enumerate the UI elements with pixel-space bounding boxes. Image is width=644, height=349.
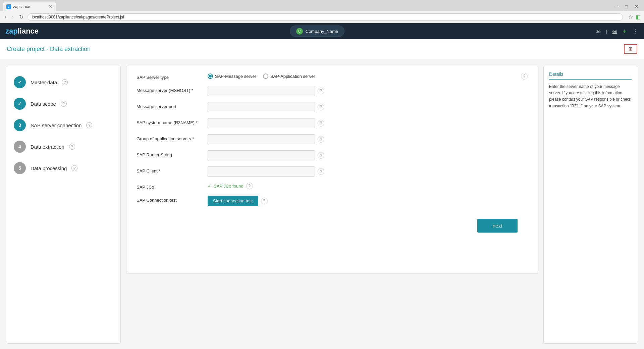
maximize-button[interactable]: □	[623, 3, 631, 10]
sap-system-input[interactable]	[208, 118, 315, 128]
tab-favicon: z	[6, 4, 11, 9]
step-circle-4: 4	[14, 141, 26, 153]
radio-message-circle	[208, 73, 213, 79]
server-type-label: SAP Server type	[137, 73, 204, 80]
jco-label: SAP JCo	[137, 183, 204, 190]
details-panel: Details Enter the server name of your me…	[543, 66, 637, 344]
steps-panel: ✓ Master data ? ✓ Data scope ? 3 SAP ser…	[7, 66, 121, 344]
radio-message-server[interactable]: SAP-Message server	[208, 73, 256, 79]
connection-test-help[interactable]: ?	[261, 198, 268, 204]
menu-icon[interactable]: ⋮	[632, 27, 639, 35]
group-label: Group of application servers *	[137, 134, 204, 141]
forward-button[interactable]: ›	[10, 13, 15, 21]
radio-message-label: SAP-Message server	[215, 74, 256, 79]
step-help-2[interactable]: ?	[61, 101, 67, 107]
logo-liance: liance	[18, 27, 39, 35]
step-item-master-data: ✓ Master data ?	[14, 76, 114, 88]
router-row: SAP Router String ?	[137, 150, 528, 160]
details-text: Enter the server name of your message se…	[549, 84, 632, 109]
jco-help[interactable]: ?	[246, 183, 253, 189]
delete-button[interactable]: 🗑	[624, 44, 637, 54]
step-help-5[interactable]: ?	[71, 165, 77, 171]
back-button[interactable]: ‹	[3, 13, 8, 21]
lang-en[interactable]: en	[612, 29, 617, 34]
router-help[interactable]: ?	[318, 152, 324, 159]
checkmark-icon: ✓	[208, 183, 212, 189]
logo: zapliance	[5, 27, 39, 36]
browser-tab[interactable]: z zapliance ✕	[3, 2, 56, 11]
page-header: Create project - Data extraction 🗑	[0, 39, 644, 59]
logo-zap: zap	[5, 27, 18, 35]
browser-actions: ☆ ◧	[628, 14, 641, 20]
step-help-4[interactable]: ?	[69, 144, 75, 150]
client-help[interactable]: ?	[318, 168, 324, 175]
step-item-data-extraction: 4 Data extraction ?	[14, 141, 114, 153]
message-port-label: Message server port	[137, 102, 204, 109]
nav-center: C Company_Name	[39, 26, 596, 37]
message-server-label: Message server (MSHOST) *	[137, 86, 204, 93]
group-row: Group of application servers * ?	[137, 134, 528, 144]
tab-bar: z zapliance ✕ − □ ✕	[0, 0, 644, 11]
step-help-1[interactable]: ?	[62, 79, 68, 85]
jco-status: ✓ SAP JCo found	[208, 183, 244, 189]
client-control: ?	[208, 166, 528, 177]
group-input[interactable]	[208, 134, 315, 144]
step-circle-3: 3	[14, 119, 26, 131]
add-icon[interactable]: +	[623, 28, 627, 35]
sap-system-control: ?	[208, 118, 528, 128]
company-icon: C	[296, 28, 303, 35]
client-label: SAP Client *	[137, 166, 204, 173]
company-button[interactable]: C Company_Name	[290, 26, 345, 37]
step-label-5: Data processing	[31, 165, 67, 171]
jco-status-text: SAP JCo found	[214, 184, 244, 189]
form-panel: SAP Server type SAP-Message server SAP-A…	[126, 66, 538, 274]
step-label-1: Master data	[31, 80, 57, 85]
page-content: Create project - Data extraction 🗑 ✓ Mas…	[0, 39, 644, 349]
main-layout: ✓ Master data ? ✓ Data scope ? 3 SAP ser…	[0, 59, 644, 349]
message-port-input[interactable]	[208, 102, 315, 112]
tab-title: zapliance	[13, 4, 30, 9]
extension-icon[interactable]: ◧	[636, 14, 641, 20]
url-input[interactable]	[28, 13, 623, 21]
connection-test-control: Start connection test ?	[208, 196, 528, 206]
message-port-help[interactable]: ?	[318, 104, 324, 110]
step-help-3[interactable]: ?	[86, 122, 92, 128]
sap-system-row: SAP system name (R3NAME) * ?	[137, 118, 528, 128]
company-name: Company_Name	[306, 29, 338, 34]
start-connection-test-button[interactable]: Start connection test	[208, 196, 258, 206]
jco-row: SAP JCo ✓ SAP JCo found ?	[137, 183, 528, 190]
refresh-button[interactable]: ↻	[18, 13, 25, 21]
router-label: SAP Router String	[137, 150, 204, 157]
server-type-control: SAP-Message server SAP-Application serve…	[208, 73, 528, 80]
next-button[interactable]: next	[477, 219, 518, 233]
nav-right: de | en + ⋮	[596, 27, 639, 35]
tab-close-button[interactable]: ✕	[49, 4, 53, 9]
router-control: ?	[208, 150, 528, 160]
step-circle-2: ✓	[14, 98, 26, 110]
radio-application-label: SAP-Application server	[270, 74, 315, 79]
star-icon[interactable]: ☆	[628, 14, 633, 20]
message-server-row: Message server (MSHOST) * ?	[137, 86, 528, 96]
router-input[interactable]	[208, 150, 315, 160]
step-label-4: Data extraction	[31, 144, 64, 150]
top-nav: zapliance C Company_Name de | en + ⋮	[0, 23, 644, 39]
step-item-data-processing: 5 Data processing ?	[14, 162, 114, 174]
message-port-row: Message server port ?	[137, 102, 528, 112]
radio-application-server[interactable]: SAP-Application server	[263, 73, 315, 79]
message-server-input[interactable]	[208, 86, 315, 96]
server-type-help[interactable]: ?	[521, 73, 528, 80]
next-btn-row: next	[137, 212, 528, 236]
browser-chrome: z zapliance ✕ − □ ✕ ‹ › ↻ ☆ ◧	[0, 0, 644, 23]
step-label-3: SAP server connection	[31, 122, 82, 128]
minimize-button[interactable]: −	[613, 3, 621, 10]
sap-system-help[interactable]: ?	[318, 120, 324, 127]
address-bar: ‹ › ↻ ☆ ◧	[0, 11, 644, 23]
group-help[interactable]: ?	[318, 136, 324, 143]
server-type-radio-group: SAP-Message server SAP-Application serve…	[208, 73, 518, 79]
lang-de[interactable]: de	[596, 29, 600, 34]
close-button[interactable]: ✕	[632, 3, 641, 10]
message-server-help[interactable]: ?	[318, 88, 324, 94]
trash-icon: 🗑	[628, 46, 633, 52]
client-input[interactable]	[208, 166, 315, 177]
sap-system-label: SAP system name (R3NAME) *	[137, 118, 204, 125]
